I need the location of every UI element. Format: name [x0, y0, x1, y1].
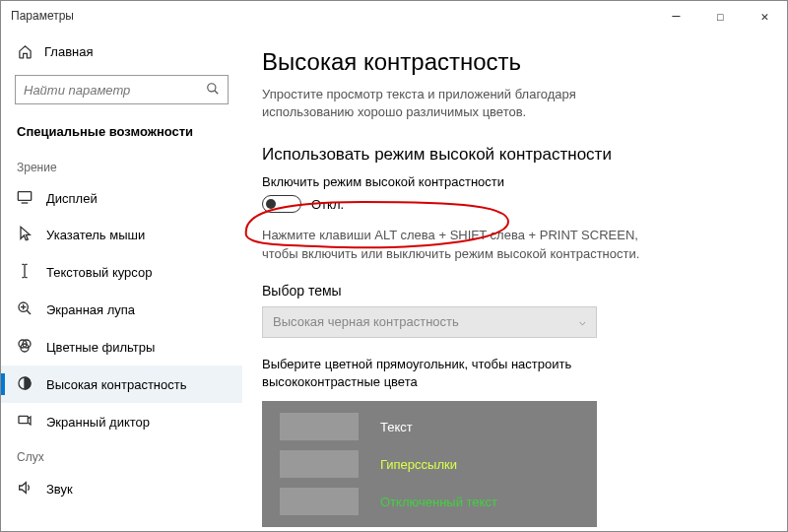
color-instruction: Выберите цветной прямоугольник, чтобы на… — [262, 356, 617, 391]
text-color-swatch[interactable] — [280, 413, 359, 440]
nav-label: Дисплей — [46, 191, 98, 206]
sidebar: Главная Специальные возможности Зрение Д… — [1, 31, 242, 531]
section-vision: Зрение — [1, 151, 242, 180]
use-hc-heading: Использовать режим высокой контрастности — [262, 145, 748, 165]
sidebar-item-magnifier[interactable]: Экранная лупа — [1, 291, 242, 328]
shortcut-hint: Нажмите клавиши ALT слева + SHIFT слева … — [262, 227, 656, 262]
sidebar-item-display[interactable]: Дисплей — [1, 180, 242, 216]
search-icon — [206, 82, 220, 99]
theme-value: Высокая черная контрастность — [273, 314, 459, 329]
search-input[interactable] — [15, 75, 229, 104]
toggle-state: Откл. — [311, 197, 344, 212]
section-hearing: Слух — [1, 440, 242, 470]
search-field[interactable] — [24, 83, 206, 98]
page-description: Упростите просмотр текста и приложений б… — [262, 86, 656, 121]
home-label: Главная — [44, 44, 93, 59]
filters-icon — [17, 338, 33, 356]
main-content: Высокая контрастность Упростите просмотр… — [242, 31, 787, 531]
display-icon — [17, 190, 33, 206]
nav-label: Экранная лупа — [46, 302, 135, 317]
maximize-button[interactable]: ☐ — [698, 1, 743, 31]
swatch-label-disabled: Отключенный текст — [380, 495, 497, 509]
swatch-label-link: Гиперссылки — [380, 457, 457, 472]
page-title: Высокая контрастность — [262, 48, 748, 76]
nav-label: Экранный диктор — [46, 415, 150, 430]
hc-toggle[interactable] — [262, 195, 301, 213]
link-color-swatch[interactable] — [280, 450, 359, 478]
disabled-color-swatch[interactable] — [280, 488, 359, 515]
swatch-panel: Текст Гиперссылки Отключенный текст — [262, 401, 597, 527]
nav-label: Высокая контрастность — [46, 377, 187, 392]
sidebar-item-high-contrast[interactable]: Высокая контрастность — [1, 366, 242, 403]
sidebar-item-narrator[interactable]: Экранный диктор — [1, 403, 242, 440]
minimize-button[interactable]: ─ — [654, 1, 698, 31]
nav-label: Цветные фильтры — [46, 340, 155, 355]
sidebar-item-mouse-pointer[interactable]: Указатель мыши — [1, 216, 242, 253]
close-button[interactable]: ✕ — [743, 1, 787, 31]
titlebar: Параметры ─ ☐ ✕ — [1, 1, 787, 31]
chevron-down-icon: ⌵ — [579, 315, 586, 328]
cursor-icon — [17, 226, 33, 243]
toggle-label: Включить режим высокой контрастности — [262, 174, 748, 189]
sidebar-item-text-cursor[interactable]: Текстовый курсор — [1, 253, 242, 291]
window-title: Параметры — [11, 9, 74, 23]
nav-label: Указатель мыши — [46, 228, 145, 242]
sound-icon — [17, 480, 33, 498]
theme-dropdown[interactable]: Высокая черная контрастность ⌵ — [262, 306, 597, 338]
magnifier-icon — [17, 300, 33, 318]
theme-label: Выбор темы — [262, 283, 748, 299]
nav-label: Текстовый курсор — [46, 265, 152, 280]
svg-line-7 — [27, 310, 31, 314]
text-cursor-icon — [17, 263, 33, 281]
sidebar-item-color-filters[interactable]: Цветные фильтры — [1, 328, 242, 366]
swatch-label-text: Текст — [380, 420, 413, 434]
svg-rect-12 — [19, 416, 28, 423]
narrator-icon — [17, 413, 33, 431]
contrast-icon — [17, 375, 33, 393]
sidebar-item-sound[interactable]: Звук — [1, 470, 242, 507]
svg-rect-2 — [18, 192, 31, 201]
home-nav[interactable]: Главная — [1, 36, 242, 67]
category-title: Специальные возможности — [1, 118, 242, 151]
svg-line-1 — [215, 90, 219, 94]
nav-label: Звук — [46, 482, 73, 497]
svg-point-0 — [208, 83, 216, 91]
home-icon — [17, 44, 33, 59]
